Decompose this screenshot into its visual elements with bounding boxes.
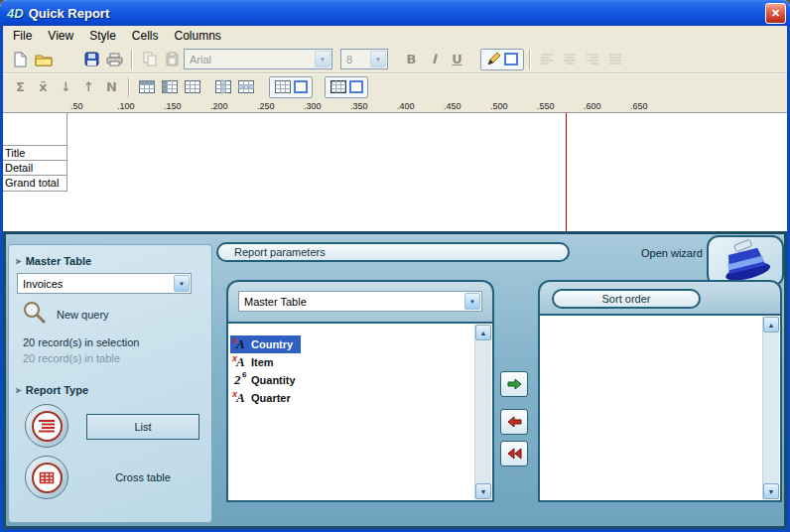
cross-table-label[interactable]: Cross table <box>86 471 199 483</box>
menu-style[interactable]: Style <box>81 27 124 45</box>
fields-scrollbar[interactable]: ▲ ▼ <box>474 325 491 499</box>
menu-view[interactable]: View <box>40 27 81 45</box>
row-insert-button[interactable] <box>234 76 257 98</box>
row-header-title[interactable]: Title <box>3 146 66 161</box>
save-button[interactable] <box>80 49 103 70</box>
align-right-button[interactable] <box>582 49 604 70</box>
paste-icon <box>166 52 179 66</box>
sort-order-panel: Sort order ▲ ▼ <box>538 280 782 502</box>
cell-border-toggle[interactable] <box>325 76 368 98</box>
new-document-button[interactable] <box>9 49 32 70</box>
table-count: 20 record(s) in table <box>23 352 120 364</box>
new-query-link[interactable]: New query <box>57 309 109 321</box>
new-document-icon <box>13 52 28 67</box>
minimum-button[interactable]: ↓ <box>55 76 77 98</box>
arrow-left-icon <box>507 416 522 428</box>
magnifier-icon[interactable] <box>21 299 49 327</box>
italic-button[interactable]: I <box>423 49 446 70</box>
count-button[interactable]: N <box>100 76 123 98</box>
scroll-down-icon[interactable]: ▼ <box>763 483 779 499</box>
menu-cells[interactable]: Cells <box>124 27 167 45</box>
cell-left-format-button[interactable] <box>158 76 181 98</box>
cell-all-format-button[interactable] <box>181 76 203 98</box>
minimum-icon: ↓ <box>61 79 71 94</box>
fields-list[interactable]: xA Country xA Item 26 <box>226 322 494 502</box>
master-table-select[interactable]: Invoices ▼ <box>17 273 192 294</box>
magic-hat-icon <box>717 239 774 283</box>
field-item-country[interactable]: xA Country <box>230 335 301 353</box>
menu-columns[interactable]: Columns <box>167 27 229 45</box>
printer-icon <box>106 53 123 66</box>
align-left-icon <box>541 54 554 65</box>
color-swatch <box>504 53 518 66</box>
remove-field-button[interactable] <box>500 409 528 435</box>
field-item-quarter[interactable]: xA Quarter <box>230 389 299 407</box>
column-insert-button[interactable] <box>211 76 234 98</box>
font-size-select[interactable]: 8 ▼ <box>340 49 388 69</box>
scroll-up-icon[interactable]: ▲ <box>763 317 779 332</box>
print-button[interactable] <box>103 49 126 70</box>
fields-source-value: Master Table <box>244 296 481 308</box>
sort-scrollbar[interactable]: ▲ ▼ <box>762 317 779 499</box>
copy-button[interactable] <box>138 49 161 70</box>
row-header-detail[interactable]: Detail <box>3 161 66 176</box>
field-item-quantity[interactable]: 26 Quantity <box>230 371 304 389</box>
align-justify-icon <box>609 54 622 65</box>
sort-order-list[interactable]: ▲ ▼ <box>538 314 782 502</box>
scroll-down-icon[interactable]: ▼ <box>475 483 491 499</box>
close-button[interactable]: ✕ <box>765 3 786 24</box>
sort-order-header: Sort order <box>552 289 701 309</box>
align-left-button[interactable] <box>536 49 559 70</box>
underline-button[interactable]: U <box>446 49 468 70</box>
master-table-section: ➤ Master Table <box>15 255 91 267</box>
bold-button[interactable]: B <box>400 49 423 70</box>
underline-icon: U <box>452 52 462 66</box>
border-color-toggle[interactable] <box>480 49 524 70</box>
font-select[interactable]: Arial ▼ <box>184 49 332 69</box>
report-design-area[interactable]: Title Detail Grand total <box>3 113 787 231</box>
open-button[interactable] <box>32 49 55 70</box>
alpha-field-icon: xA <box>232 391 248 406</box>
chevron-down-icon: ▼ <box>370 51 386 67</box>
fields-panel-header: Master Table ▼ <box>226 280 494 322</box>
cross-table-radio[interactable] <box>25 456 68 499</box>
menu-file[interactable]: File <box>5 27 40 45</box>
toolbar-separator <box>529 50 531 69</box>
list-report-radio[interactable] <box>25 404 68 448</box>
field-item-item[interactable]: xA Item <box>230 353 282 371</box>
cell-background-toggle[interactable] <box>269 76 313 98</box>
field-label: Quarter <box>251 392 291 404</box>
fields-source-select[interactable]: Master Table ▼ <box>238 291 482 312</box>
sum-button[interactable]: Σ <box>9 76 32 98</box>
font-select-value: Arial <box>190 54 331 66</box>
count-icon: N <box>106 79 117 94</box>
list-report-button[interactable]: List <box>86 414 199 440</box>
row-header-grand-total[interactable]: Grand total <box>3 176 66 192</box>
title-bar[interactable]: 4D Quick Report ✕ <box>0 0 790 26</box>
list-button-label: List <box>134 421 151 433</box>
add-field-button[interactable] <box>500 371 528 397</box>
quick-report-window: 4D Quick Report ✕ File View Style Cells … <box>0 0 790 532</box>
horizontal-ruler: .50 .100 .150 .200 .250 .300 .350 .400 .… <box>3 99 787 113</box>
average-icon: x̄ <box>39 79 47 94</box>
maximum-button[interactable]: ↑ <box>77 76 100 98</box>
cell-header-format-button[interactable] <box>135 76 158 98</box>
field-label: Quantity <box>251 374 296 386</box>
average-button[interactable]: x̄ <box>32 76 55 98</box>
report-type-label: Report Type <box>26 384 88 396</box>
alpha-field-icon: xA <box>232 355 248 370</box>
align-center-button[interactable] <box>559 49 582 70</box>
scroll-up-icon[interactable]: ▲ <box>475 325 491 340</box>
ruler-tick: .150 <box>164 101 182 111</box>
row-header-column: Title Detail Grand total <box>3 113 67 192</box>
remove-all-fields-button[interactable] <box>500 441 528 466</box>
arrow-bullet-icon: ➤ <box>15 386 22 395</box>
pen-icon <box>486 52 501 66</box>
chevron-down-icon: ▼ <box>315 51 330 67</box>
paste-button[interactable] <box>161 49 184 70</box>
align-justify-button[interactable] <box>604 49 627 70</box>
master-table-value: Invoices <box>23 278 191 290</box>
report-type-section: ➤ Report Type <box>15 384 88 396</box>
grid-icon <box>185 80 200 93</box>
close-icon: ✕ <box>771 7 780 20</box>
